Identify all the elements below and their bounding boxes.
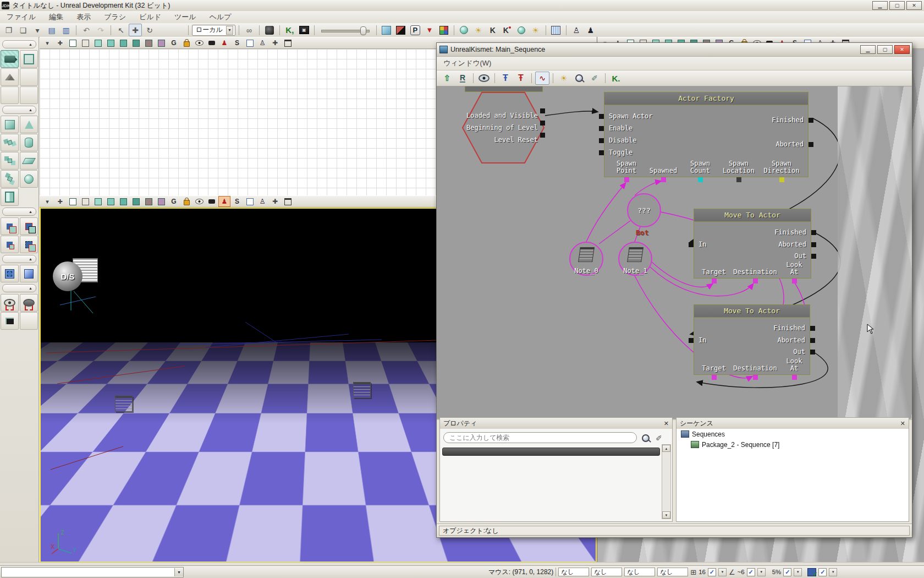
- output-pin-0[interactable]: Finished: [772, 117, 804, 124]
- scroll-down-icon[interactable]: ▼: [662, 511, 670, 519]
- variable-pin-square[interactable]: [779, 177, 784, 182]
- open-dropdown-icon[interactable]: ▾: [31, 24, 44, 36]
- translate-tool-icon[interactable]: ✚: [129, 24, 142, 36]
- menu-item-6[interactable]: ヘルプ: [203, 11, 238, 23]
- minimize-button[interactable]: ▁: [872, 1, 888, 10]
- brush-sphere-button[interactable]: [20, 170, 38, 188]
- variable-pin-square[interactable]: [698, 177, 703, 182]
- note-1-node[interactable]: Note_1: [618, 242, 652, 276]
- menu-item-2[interactable]: 表示: [70, 11, 97, 23]
- kismet-window[interactable]: UnrealKismet: Main_Sequence ▁ ▢ ✕ ウィンドウ(…: [436, 42, 912, 538]
- label-S-icon[interactable]: S: [231, 196, 243, 207]
- autosave-dropdown-icon[interactable]: ▼: [829, 568, 837, 576]
- actor-factory-node[interactable]: Actor FactorySpawn ActorEnableDisableTog…: [604, 92, 809, 177]
- menu-item-3[interactable]: ブラシ: [97, 11, 133, 23]
- k-tree-red-icon[interactable]: K: [501, 24, 514, 36]
- input-pin-square[interactable]: [599, 150, 604, 155]
- matinee-icon[interactable]: ▣: [298, 24, 311, 36]
- level-event-hexagon[interactable]: [462, 92, 544, 163]
- cube-brush-icon[interactable]: [79, 37, 91, 48]
- input-pin-square[interactable]: [599, 138, 604, 143]
- output-pin-1[interactable]: Aborted: [776, 141, 804, 148]
- build-all-icon[interactable]: ♟: [584, 24, 597, 36]
- tree-item-sequences[interactable]: Sequences: [676, 429, 909, 439]
- variable-pin-2[interactable]: Look At: [782, 261, 807, 276]
- cube-unlit-icon[interactable]: [92, 196, 104, 207]
- variable-pin-3[interactable]: Spawn Location: [721, 160, 757, 175]
- event-output-square-1[interactable]: [540, 108, 545, 113]
- static-mesh-button[interactable]: [20, 86, 38, 104]
- properties-header[interactable]: プロパティ ✕: [440, 418, 672, 429]
- variable-pin-square[interactable]: [712, 279, 717, 283]
- brush-cube-button[interactable]: [1, 116, 19, 133]
- actor-red-icon[interactable]: ♟: [218, 37, 230, 48]
- scale-tool-icon[interactable]: [157, 24, 170, 36]
- variable-pin-square[interactable]: [736, 177, 741, 182]
- open-file-icon[interactable]: ❏: [16, 24, 30, 36]
- texture-paint-button[interactable]: [1, 86, 19, 104]
- curved-connections-icon[interactable]: ∿: [535, 72, 549, 85]
- hide-connectors-icon[interactable]: Ŧ: [498, 72, 513, 85]
- slider-thumb[interactable]: [360, 26, 366, 35]
- undo-icon[interactable]: ↶: [80, 24, 93, 36]
- input-pin-square[interactable]: [599, 126, 604, 131]
- stairs-spiral-button[interactable]: [1, 170, 19, 188]
- actor-field-1[interactable]: なし: [591, 568, 622, 576]
- output-pin-1[interactable]: Aborted: [778, 241, 806, 248]
- cube-light-icon[interactable]: [130, 196, 142, 207]
- tool-section-collapse-3[interactable]: ▲: [2, 255, 36, 263]
- cube-unlit-icon[interactable]: [92, 37, 104, 48]
- maximize-icon[interactable]: [282, 196, 294, 207]
- pin-icon[interactable]: ✚: [269, 37, 281, 48]
- kismet-maximize-button[interactable]: ▢: [877, 45, 893, 54]
- input-pin-2[interactable]: Disable: [609, 137, 637, 144]
- scale-snap-dropdown-icon[interactable]: ▼: [794, 568, 802, 576]
- redo-icon[interactable]: ↷: [94, 24, 107, 36]
- input-pin-square[interactable]: [599, 114, 604, 119]
- rotate-tool-icon[interactable]: ↻: [143, 24, 156, 36]
- output-pin-1[interactable]: Aborted: [777, 337, 805, 344]
- save-all-icon[interactable]: ▥: [59, 24, 73, 36]
- actor-field-0[interactable]: なし: [558, 568, 589, 576]
- properties-search-input[interactable]: [443, 432, 637, 443]
- udk-logo-icon[interactable]: [263, 24, 276, 36]
- rotation-snap-dropdown-icon[interactable]: ▼: [757, 568, 766, 576]
- person-icon[interactable]: ♙: [256, 37, 268, 48]
- menu-item-5[interactable]: ツール: [168, 11, 203, 23]
- eye-icon[interactable]: [193, 37, 205, 48]
- chevron-down-icon[interactable]: ▾: [41, 196, 53, 207]
- cube-light-icon[interactable]: [130, 37, 142, 48]
- sequences-header[interactable]: シーケンス ✕: [676, 418, 909, 429]
- camera-button[interactable]: [1, 50, 19, 68]
- tool-section-collapse-2[interactable]: ▲: [2, 208, 36, 216]
- brush-cone-button[interactable]: [20, 116, 38, 133]
- kismet-minimize-button[interactable]: ▁: [860, 45, 876, 54]
- mosaic-icon[interactable]: [437, 24, 450, 36]
- zoom-fit-icon[interactable]: [572, 72, 586, 85]
- csg-intersect-button[interactable]: [1, 236, 19, 253]
- label-G-icon[interactable]: G: [168, 37, 180, 48]
- combo-dropdown-icon[interactable]: ▼: [174, 568, 183, 576]
- output-pin-square[interactable]: [811, 230, 816, 235]
- k-tree-icon[interactable]: K: [486, 24, 499, 36]
- save-icon[interactable]: ▤: [45, 24, 58, 36]
- combo-arrow-icon[interactable]: ▼: [226, 26, 233, 35]
- bulb-icon[interactable]: ☀: [557, 72, 571, 85]
- brush-cylinder-button[interactable]: [20, 134, 38, 151]
- cube-lit-icon[interactable]: [105, 196, 117, 207]
- actor-red-icon[interactable]: ♟: [218, 196, 230, 207]
- output-pin-0[interactable]: Finished: [774, 229, 806, 236]
- search-eye-icon[interactable]: [477, 72, 491, 85]
- eye-icon[interactable]: [193, 196, 205, 207]
- move-to-actor-node-2[interactable]: Move To ActorInFinishedAbortedOutTargetD…: [694, 304, 810, 375]
- output-pin-square[interactable]: [809, 118, 813, 123]
- far-clip-slider[interactable]: [321, 26, 370, 35]
- status-combo-box[interactable]: ▼: [1, 567, 184, 577]
- csg-subtract-button[interactable]: [20, 217, 38, 235]
- sequences-close-icon[interactable]: ✕: [900, 420, 905, 427]
- properties-search-button[interactable]: [639, 432, 652, 445]
- note-actor-2[interactable]: [353, 382, 371, 398]
- cube-brush-icon[interactable]: [79, 196, 91, 207]
- kismet-menu-window[interactable]: ウィンドウ(W): [437, 57, 498, 69]
- event-output-square-3[interactable]: [540, 133, 545, 138]
